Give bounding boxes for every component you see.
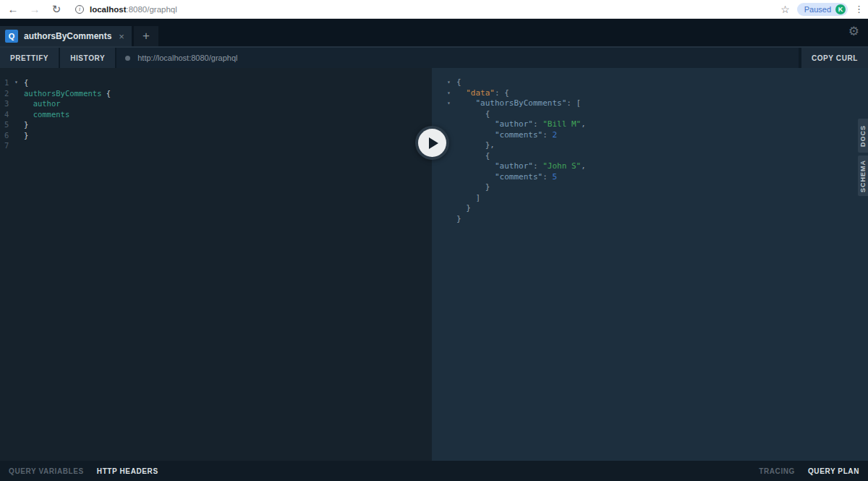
- fold-gutter: [14, 140, 24, 151]
- query-type-badge: Q: [5, 30, 18, 43]
- fold-toggle-icon[interactable]: ▾: [14, 77, 24, 88]
- fold-gutter: [447, 214, 456, 225]
- code-line: 5}: [4, 119, 432, 130]
- code-line: "author": "John S",: [447, 161, 868, 172]
- fold-gutter: [447, 182, 456, 193]
- copy-curl-button[interactable]: COPY CURL: [801, 48, 868, 68]
- endpoint-input[interactable]: [137, 54, 790, 62]
- fold-toggle-icon[interactable]: ▾: [447, 98, 456, 109]
- site-info-icon[interactable]: i: [75, 5, 84, 14]
- code-line: 6}: [4, 130, 432, 141]
- fold-toggle-icon[interactable]: ▾: [447, 77, 456, 88]
- reload-icon[interactable]: ↻: [48, 1, 65, 17]
- playground-toolbar: PRETTIFY HISTORY COPY CURL: [0, 48, 868, 68]
- paused-label: Paused: [804, 5, 831, 14]
- fold-gutter: [14, 109, 24, 120]
- address-bar[interactable]: i localhost:8080/graphql: [75, 5, 780, 14]
- browser-chrome: ← → ↻ i localhost:8080/graphql ☆ Paused …: [0, 0, 868, 19]
- fold-toggle-icon[interactable]: ▾: [447, 88, 456, 99]
- line-number: 4: [4, 109, 14, 120]
- code-line: 7: [4, 140, 432, 151]
- browser-menu-icon[interactable]: ⋮: [854, 4, 864, 14]
- playground-main: 1▾{2authorsByComments {3 author4 comment…: [0, 68, 868, 461]
- docs-tab[interactable]: DOCS: [858, 119, 868, 153]
- debugger-paused-badge[interactable]: Paused K: [797, 3, 848, 16]
- fold-gutter: [14, 88, 24, 99]
- code-line: ▾ "authorsByComments": [: [447, 98, 868, 109]
- play-button-circle: [418, 129, 446, 157]
- fold-gutter: [447, 172, 456, 183]
- code-line: "comments": 2: [447, 130, 868, 141]
- fold-gutter: [14, 98, 24, 109]
- fold-gutter: [447, 193, 456, 204]
- line-number: 6: [4, 130, 14, 141]
- screen: ← → ↻ i localhost:8080/graphql ☆ Paused …: [0, 0, 868, 481]
- line-number: 7: [4, 140, 14, 151]
- line-number: 2: [4, 88, 14, 99]
- code-line: },: [447, 140, 868, 151]
- browser-actions: ☆ Paused K ⋮: [780, 3, 864, 16]
- code-line: {: [447, 151, 868, 162]
- graphql-playground: Q authorsByComments × + ⚙ PRETTIFY HISTO…: [0, 19, 868, 481]
- fold-gutter: [447, 109, 456, 120]
- back-icon[interactable]: ←: [4, 1, 22, 17]
- code-line: ▾{: [447, 77, 868, 88]
- code-line: }: [447, 203, 868, 214]
- new-tab-button[interactable]: +: [134, 26, 158, 46]
- code-line: 1▾{: [4, 77, 432, 88]
- footer-left: QUERY VARIABLES HTTP HEADERS: [9, 467, 158, 475]
- code-line: }: [447, 182, 868, 193]
- fold-gutter: [447, 151, 456, 162]
- fold-gutter: [14, 130, 24, 141]
- tracing-tab[interactable]: TRACING: [759, 467, 795, 475]
- code-line: 4 comments: [4, 109, 432, 120]
- url-host: localhost: [90, 5, 126, 14]
- close-tab-icon[interactable]: ×: [119, 31, 124, 42]
- code-line: "comments": 5: [447, 172, 868, 183]
- forward-icon[interactable]: →: [26, 1, 43, 17]
- avatar[interactable]: K: [835, 4, 846, 14]
- play-icon: [429, 137, 438, 149]
- tab-label: authorsByComments: [24, 31, 111, 41]
- code-line: {: [447, 109, 868, 120]
- execute-query-button[interactable]: [415, 126, 449, 160]
- fold-gutter: [447, 119, 456, 130]
- line-number: 1: [4, 77, 14, 88]
- schema-tab[interactable]: SCHEMA: [858, 156, 868, 196]
- url-path: :8080/graphql: [126, 5, 176, 14]
- line-number: 5: [4, 119, 14, 130]
- result-viewer: ▾{▾ "data": {▾ "authorsByComments": [ { …: [432, 68, 868, 461]
- bookmark-star-icon[interactable]: ☆: [780, 4, 790, 15]
- code-line: "author": "Bill M",: [447, 119, 868, 130]
- endpoint-status-dot-icon: [125, 56, 130, 61]
- settings-gear-icon[interactable]: ⚙: [848, 25, 859, 38]
- side-panel-tabs: DOCS SCHEMA: [858, 119, 868, 199]
- prettify-button[interactable]: PRETTIFY: [0, 48, 59, 68]
- query-plan-tab[interactable]: QUERY PLAN: [808, 467, 859, 475]
- tab-authorsByComments[interactable]: Q authorsByComments ×: [0, 26, 132, 46]
- code-line: 2authorsByComments {: [4, 88, 432, 99]
- history-button[interactable]: HISTORY: [60, 48, 115, 68]
- fold-gutter: [447, 203, 456, 214]
- code-line: 3 author: [4, 98, 432, 109]
- code-line: ]: [447, 193, 868, 204]
- playground-header: Q authorsByComments × + ⚙: [0, 19, 868, 48]
- fold-gutter: [14, 119, 24, 130]
- url-text[interactable]: localhost:8080/graphql: [90, 5, 177, 14]
- fold-gutter: [447, 161, 456, 172]
- line-number: 3: [4, 98, 14, 109]
- http-headers-tab[interactable]: HTTP HEADERS: [97, 467, 158, 475]
- query-variables-tab[interactable]: QUERY VARIABLES: [9, 467, 84, 475]
- code-line: }: [447, 214, 868, 225]
- footer-right: TRACING QUERY PLAN: [759, 467, 859, 475]
- query-editor[interactable]: 1▾{2authorsByComments {3 author4 comment…: [0, 68, 432, 461]
- playground-footer: QUERY VARIABLES HTTP HEADERS TRACING QUE…: [0, 461, 868, 481]
- code-line: ▾ "data": {: [447, 88, 868, 99]
- endpoint-field[interactable]: [116, 48, 799, 68]
